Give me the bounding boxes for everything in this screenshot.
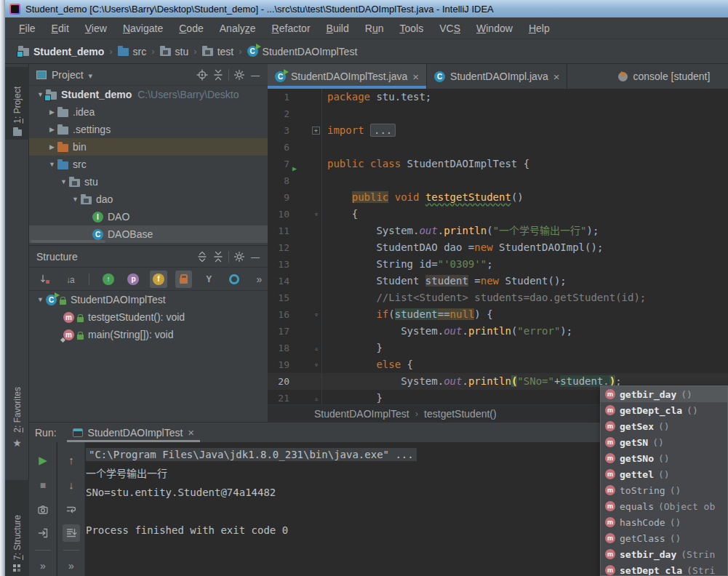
code-line-2[interactable]: 2 [268,105,728,122]
code-line-8[interactable]: 8 [268,172,728,189]
breadcrumb-item-stu[interactable]: stu [160,46,189,57]
chevron-down-icon[interactable] [89,69,93,81]
stop-button[interactable] [34,476,52,494]
menu-item-view[interactable]: View [77,20,115,37]
completion-item-getsex[interactable]: getSex() [601,418,727,434]
thread-dump-button[interactable] [34,501,52,519]
breadcrumb-item-test[interactable]: test [202,46,234,57]
tool-window-button-1-project[interactable]: 1: Project [5,67,29,140]
code-editor[interactable]: 1package stu.test;23+import ...67public … [268,89,728,404]
project-tree-item-stu[interactable]: ▼stu [29,173,268,191]
expanded-arrow-icon[interactable]: ▼ [58,178,69,185]
editor-breadcrumb-item[interactable]: testgetStudent() [424,408,497,420]
close-icon[interactable] [412,71,419,83]
minus-button[interactable] [247,67,263,83]
expanded-arrow-icon[interactable]: ▼ [70,196,81,203]
sort-alpha-button[interactable] [62,271,79,288]
title-bar[interactable]: Student_demo [C:\Users\Barry\Desktop\Stu… [5,0,728,17]
completion-item-getclass[interactable]: getClass() [601,530,727,546]
code-line-6[interactable]: 6 [268,139,728,156]
editor-area[interactable]: StudentDAOImplTest.javaStudentDAOImpl.ja… [268,64,728,422]
project-tree-item-src[interactable]: ▼src [29,156,268,173]
completion-item-setdept_cla[interactable]: setDept_cla(Stri [601,562,727,576]
structure-tree-item[interactable]: ▼StudentDAOImplTest [29,291,268,308]
completion-item-getbir_day[interactable]: getbir_day() [601,386,727,402]
up-stack-button[interactable] [63,452,80,469]
show-inherited-button[interactable] [100,271,117,288]
project-tree-item-dao[interactable]: ▼dao [29,191,268,208]
code-line-18[interactable]: 18▵ } [268,340,728,356]
fold-marker-icon[interactable]: ▿ [314,356,319,373]
target-button[interactable] [194,67,210,83]
completion-item-getdept_cla[interactable]: getDept_cla() [601,402,727,418]
code-line-11[interactable]: 11 System.out.println("一个学号输出一行"); [268,223,728,239]
code-line-12[interactable]: 12 StudentDAO dao =new StudentDAOImpl(); [268,239,728,256]
code-line-13[interactable]: 13 String id="'0309'"; [268,256,728,273]
completion-item-getsno[interactable]: getSNo() [601,450,727,466]
fold-expand-icon[interactable]: + [312,127,320,135]
project-tree-item-idea[interactable]: ▶.idea [29,103,268,121]
sort-visibility-button[interactable] [36,271,54,288]
more-button[interactable] [34,557,52,575]
gear-button[interactable] [231,249,247,265]
code-line-17[interactable]: 17 System.out.println("error"); [268,323,728,340]
menu-item-edit[interactable]: Edit [44,20,77,37]
code-line-7[interactable]: 7public class StudentDAOImplTest { [268,156,728,172]
structure-tree-item[interactable]: main(String[]): void [29,326,268,343]
close-icon[interactable] [188,426,194,439]
menu-item-help[interactable]: Help [521,20,558,37]
menu-item-analyze[interactable]: Analyze [212,20,264,37]
menu-item-vcs[interactable]: VCS [431,20,468,37]
menu-item-build[interactable]: Build [319,20,357,37]
scroll-to-end-button[interactable] [63,524,80,542]
scope-button[interactable] [225,271,243,288]
code-line-15[interactable]: 15 //List<Student> students=dao.getStude… [268,289,728,306]
exit-button[interactable] [34,524,52,542]
fold-marker-icon[interactable]: ▿ [314,306,319,323]
horizontal-scrollbar[interactable] [31,240,105,243]
project-tree-item-dao[interactable]: DAO [29,208,268,225]
completion-item-gettel[interactable]: gettel() [601,466,727,482]
fold-marker-icon[interactable]: ▵ [314,340,319,356]
project-tree-item-bin[interactable]: ▶bin [29,138,268,156]
show-fields-button[interactable] [150,271,167,288]
run-tab[interactable]: StudentDAOImplTest [67,423,201,442]
code-line-3[interactable]: 3+import ... [268,122,728,139]
menu-item-refactor[interactable]: Refactor [264,20,319,37]
down-stack-button[interactable] [63,476,80,494]
breadcrumb-item-src[interactable]: src [118,46,147,57]
collapse-all-button[interactable] [210,67,226,83]
collapsed-arrow-icon[interactable]: ▶ [47,143,57,151]
menu-item-run[interactable]: Run [357,20,392,37]
show-properties-button[interactable] [125,271,143,288]
gear-button[interactable] [231,67,247,83]
menu-item-window[interactable]: Window [468,20,521,37]
menu-item-tools[interactable]: Tools [391,20,431,37]
code-line-16[interactable]: 16▿ if(student==null) { [268,306,728,323]
tool-window-button-7-structure[interactable]: 7: Structure [5,480,29,576]
minus-button[interactable] [247,249,263,265]
completion-item-tostring[interactable]: toString() [601,482,727,498]
completion-item-hashcode[interactable]: hashCode() [601,514,727,530]
editor-tab-console-student-[interactable]: console [student] [611,64,717,89]
menu-item-code[interactable]: Code [171,20,212,37]
code-line-19[interactable]: 19▿ else { [268,356,728,373]
code-line-9[interactable]: 9 public void testgetStudent() [268,189,728,206]
code-line-14[interactable]: 14 Student student =new Student(); [268,273,728,289]
project-tree-item-student_demo[interactable]: ▼Student_demoC:\Users\Barry\Deskto [29,86,268,103]
collapsed-arrow-icon[interactable]: ▶ [47,108,57,116]
group-methods-button[interactable] [200,271,217,288]
fold-marker-icon[interactable]: ▵ [314,390,319,404]
menu-item-file[interactable]: File [11,20,44,37]
soft-wrap-button[interactable] [63,501,80,519]
completion-item-setbir_day[interactable]: setbir_day(Strin [601,546,727,562]
editor-tab-studentdaoimpl-java[interactable]: StudentDAOImpl.java [427,64,567,89]
expand-all-button[interactable] [194,249,210,265]
project-tree-item-settings[interactable]: ▶.settings [29,121,268,138]
show-non-public-button[interactable] [175,271,193,288]
structure-tree-item[interactable]: testgetStudent(): void [29,308,268,326]
editor-tab-studentdaoimpltest-java[interactable]: StudentDAOImplTest.java [268,64,427,89]
menu-item-navigate[interactable]: Navigate [115,20,171,37]
breadcrumb-item-Student_demo[interactable]: Student_demo [18,46,104,57]
fold-marker-icon[interactable]: ▿ [314,206,319,223]
